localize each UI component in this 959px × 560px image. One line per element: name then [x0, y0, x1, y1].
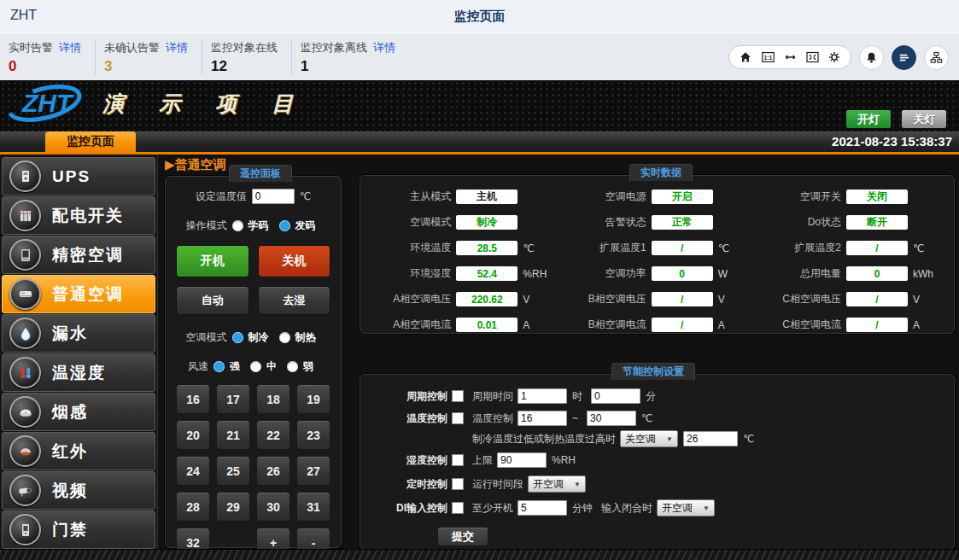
temp-control-row: 温度控制 温度控制 ~ ℃ [360, 407, 954, 429]
temp-button[interactable]: 19 [296, 384, 330, 414]
ac-mode-radio-cool[interactable] [232, 332, 243, 343]
detail-link[interactable]: 详情 [373, 40, 395, 55]
realtime-data-panel: 主从模式主机 空调电源开启 空调开关关闭 空调模式制冷 告警状态正常 Do状态断… [360, 175, 955, 334]
section-title: ▶普通空调 [165, 157, 226, 173]
tab-monitoring-page[interactable]: 监控页面 [45, 131, 136, 152]
temp-button[interactable]: 28 [176, 492, 210, 522]
sidebar-item-smoke[interactable]: 烟感 [2, 393, 155, 431]
op-mode-radio-learn[interactable] [232, 220, 243, 231]
submit-button[interactable]: 提交 [437, 527, 488, 546]
op-mode-radio-send[interactable] [279, 220, 290, 231]
temp-button[interactable]: 23 [296, 420, 330, 450]
stat-value: 12 [211, 58, 278, 75]
temp-button[interactable]: 16 [176, 384, 210, 414]
humidity-control-checkbox[interactable] [452, 454, 464, 466]
fan-radio-medium[interactable] [250, 361, 261, 372]
site-title: 演 示 项 目 [102, 90, 307, 118]
sidebar-item-power-switch[interactable]: 配电开关 [2, 196, 155, 235]
timer-action-select[interactable]: 开空调▼ [528, 475, 586, 493]
fan-radio-high[interactable] [213, 361, 225, 372]
humidity-max-input[interactable] [497, 452, 547, 468]
temp-button[interactable]: 20 [176, 420, 210, 450]
detail-link[interactable]: 详情 [59, 40, 81, 55]
temp-button[interactable]: 25 [216, 456, 250, 486]
temp-button[interactable]: 26 [256, 456, 290, 486]
cycle-hours-input[interactable] [518, 388, 567, 404]
set-temp-label: 设定温度值 [196, 190, 247, 204]
value-box: 开启 [652, 190, 713, 204]
temp-button[interactable]: 30 [256, 492, 290, 522]
detail-link[interactable]: 详情 [166, 40, 188, 55]
temp-button[interactable]: 24 [176, 456, 210, 486]
stat-unconfirmed-alarm: 未确认告警 详情 3 [96, 40, 202, 74]
temp-overflow-select[interactable]: 关空调▼ [620, 430, 678, 447]
fullscreen-icon[interactable] [804, 50, 821, 65]
temp-button[interactable]: 21 [216, 420, 250, 450]
fan-radio-low[interactable] [287, 361, 298, 372]
value-box: 关闭 [846, 190, 908, 204]
di-action-select[interactable]: 开空调▼ [657, 499, 715, 516]
bell-icon[interactable] [859, 45, 884, 70]
realtime-field: 空调功率0W [555, 266, 750, 281]
stat-label: 监控对象在线 [211, 40, 278, 55]
temp-button[interactable]: 18 [256, 384, 290, 414]
temp-button[interactable]: 17 [216, 384, 250, 414]
stat-realtime-alarm: 实时告警 详情 0 [0, 40, 96, 74]
sidebar-item-water-leak[interactable]: 漏水 [2, 314, 155, 353]
cycle-control-checkbox[interactable] [452, 390, 464, 402]
remote-control-panel: 设定温度值 ℃ 操作模式 学码 发码 开机 关机 自动 去湿 [165, 176, 342, 548]
fit-width-icon[interactable] [781, 50, 798, 65]
temp-overflow-input[interactable] [683, 431, 738, 446]
humidity-control-row: 湿度控制 上限 %RH [360, 448, 954, 472]
realtime-field: 空调电源开启 [555, 190, 750, 204]
temp-button[interactable]: 27 [296, 456, 330, 486]
timer-control-checkbox[interactable] [452, 478, 464, 490]
light-off-button[interactable]: 关灯 [901, 109, 947, 129]
value-box: 0 [652, 266, 713, 281]
cycle-minutes-input[interactable] [591, 388, 640, 404]
sidebar-item-ups[interactable]: UPS [2, 157, 155, 195]
temp-button[interactable]: 29 [216, 492, 250, 522]
realtime-field: 扩展温度1/℃ [555, 241, 750, 255]
chevron-down-icon: ▼ [574, 481, 581, 488]
power-off-button[interactable]: 关机 [258, 245, 331, 277]
sidebar-item-common-ac[interactable]: 普通空调 [2, 275, 155, 313]
realtime-field: B相空调电流/A [555, 318, 750, 332]
home-icon[interactable] [737, 50, 754, 65]
dehumidify-button[interactable]: 去湿 [258, 286, 331, 315]
topology-icon[interactable] [924, 45, 949, 70]
temp-control-checkbox[interactable] [452, 412, 464, 424]
light-on-button[interactable]: 开灯 [845, 109, 892, 129]
set-temp-input[interactable] [252, 189, 295, 204]
temp-min-input[interactable] [518, 411, 567, 426]
sidebar-item-video[interactable]: 视频 [2, 471, 155, 510]
ac-mode-label: 空调模式 [186, 330, 227, 345]
value-box: 主机 [456, 190, 518, 204]
sidebar-item-infrared[interactable]: 红外 [2, 432, 155, 470]
camera-icon [9, 475, 41, 506]
stat-label: 未确认告警 [104, 40, 160, 55]
op-mode-label: 操作模式 [186, 219, 227, 233]
realtime-field: B相空调电压/V [555, 292, 750, 306]
one-to-one-icon[interactable]: 1:1 [759, 50, 776, 65]
alarm-list-icon[interactable] [892, 45, 916, 70]
ac-mode-radio-heat[interactable] [279, 332, 290, 343]
temp-button[interactable]: 31 [296, 492, 330, 522]
fan-speed-label: 风速 [188, 359, 208, 374]
temp-max-input[interactable] [587, 411, 636, 426]
sidebar-item-door-access[interactable]: 门禁 [2, 510, 155, 549]
sidebar-item-temp-humidity[interactable]: 温湿度 [2, 353, 155, 392]
settings-gear-icon[interactable] [826, 50, 843, 65]
temp-humidity-icon [9, 357, 41, 388]
power-on-button[interactable]: 开机 [176, 245, 249, 277]
di-min-runtime-input[interactable] [518, 500, 567, 516]
value-box: 正常 [652, 215, 713, 230]
breaker-icon [9, 200, 41, 231]
auto-button[interactable]: 自动 [176, 286, 249, 315]
sidebar-item-precision-ac[interactable]: 精密空调 [2, 236, 155, 274]
value-box: 断开 [846, 215, 908, 230]
realtime-panel-tab: 实时数据 [629, 164, 693, 181]
stats-bar: 实时告警 详情 0 未确认告警 详情 3 监控对象在线 12 监控对象离线 详情… [0, 32, 959, 82]
temp-button[interactable]: 22 [256, 420, 290, 450]
di-control-checkbox[interactable] [452, 502, 464, 514]
